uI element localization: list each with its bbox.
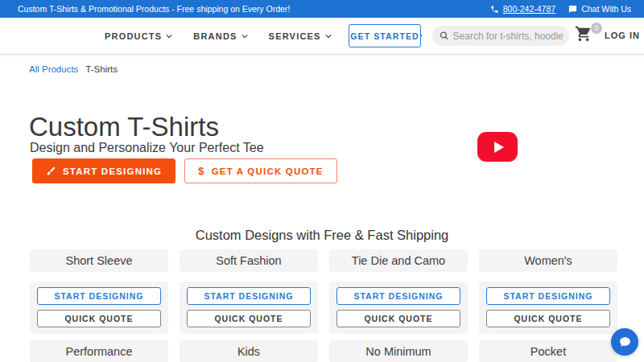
phone-icon: [490, 5, 499, 14]
nav-item-brands[interactable]: BRANDS: [193, 31, 247, 41]
quick-quote-label: GET A QUICK QUOTE: [212, 167, 324, 176]
tiles-row-1: Short Sleeve START DESIGNING QUICK QUOTE…: [30, 249, 617, 334]
tile-actions: START DESIGNING QUICK QUOTE: [479, 282, 617, 334]
nav-item-services-label: SERVICES: [269, 31, 321, 41]
chat-with-us-link[interactable]: Chat With Us: [568, 4, 631, 14]
nav-divider: [0, 54, 644, 55]
nav-item-services[interactable]: SERVICES: [269, 31, 332, 41]
breadcrumb: All Products T-Shirts: [29, 64, 118, 74]
chevron-down-icon: [242, 33, 248, 39]
tile-title[interactable]: Performance: [30, 340, 168, 362]
hero-buttons: START DESIGNING $ GET A QUICK QUOTE: [32, 158, 337, 183]
tile-kids: Kids: [180, 340, 318, 362]
main-nav: PRODUCTS BRANDS SERVICES LOCATIONS GET S…: [0, 18, 644, 54]
tile-actions: START DESIGNING QUICK QUOTE: [329, 282, 468, 334]
phone-link[interactable]: 800-242-4787: [490, 4, 555, 14]
nav-item-brands-label: BRANDS: [193, 31, 237, 41]
tile-title[interactable]: Short Sleeve: [30, 249, 168, 272]
tile-title[interactable]: Soft Fashion: [180, 249, 318, 272]
promo-text: Custom T-Shirts & Promotional Products -…: [18, 4, 290, 14]
tile-womens: Women's START DESIGNING QUICK QUOTE: [479, 249, 617, 334]
section-title: Custom Designs with Free & Fast Shipping: [0, 228, 644, 243]
quick-quote-button[interactable]: $ GET A QUICK QUOTE: [184, 158, 336, 183]
tile-quick-quote-button[interactable]: QUICK QUOTE: [187, 310, 311, 327]
tile-start-designing-button[interactable]: START DESIGNING: [37, 287, 161, 305]
cart-button[interactable]: 0: [575, 25, 599, 47]
tile-title[interactable]: No Minimum: [329, 340, 468, 362]
play-icon: [494, 142, 504, 153]
tile-quick-quote-button[interactable]: QUICK QUOTE: [486, 310, 610, 327]
get-started-button[interactable]: GET STARTED: [349, 24, 421, 47]
tile-soft-fashion: Soft Fashion START DESIGNING QUICK QUOTE: [180, 249, 318, 334]
tile-performance: Performance: [30, 340, 168, 362]
hero-subtitle: Design and Personalize Your Perfect Tee: [30, 141, 264, 155]
tile-quick-quote-button[interactable]: QUICK QUOTE: [336, 310, 460, 327]
cart-count-badge: 0: [591, 23, 602, 34]
promo-bar: Custom T-Shirts & Promotional Products -…: [0, 0, 644, 18]
tile-title[interactable]: Tie Die and Camo: [329, 249, 468, 272]
page-title: Custom T-Shirts: [29, 112, 219, 142]
youtube-play-button[interactable]: [477, 132, 518, 162]
chevron-down-icon: [325, 33, 332, 39]
tile-start-designing-button[interactable]: START DESIGNING: [187, 287, 311, 305]
chat-icon: [568, 5, 577, 14]
tile-start-designing-button[interactable]: START DESIGNING: [336, 287, 460, 305]
chevron-down-icon: [166, 33, 172, 39]
login-link[interactable]: LOG IN: [605, 31, 640, 40]
tiles-row-2: Performance Kids No Minimum Pocket: [30, 340, 617, 362]
nav-item-products-label: PRODUCTS: [105, 31, 162, 41]
search-bar[interactable]: [432, 26, 569, 46]
start-designing-label: START DESIGNING: [63, 167, 162, 176]
search-icon: [440, 31, 449, 41]
breadcrumb-current: T-Shirts: [85, 64, 118, 74]
tile-short-sleeve: Short Sleeve START DESIGNING QUICK QUOTE: [30, 249, 168, 334]
search-input[interactable]: [453, 31, 563, 42]
chat-bubble-icon: [618, 335, 632, 349]
chat-with-us-label: Chat With Us: [581, 4, 631, 14]
tile-actions: START DESIGNING QUICK QUOTE: [180, 282, 318, 334]
tile-quick-quote-button[interactable]: QUICK QUOTE: [37, 310, 161, 327]
tile-tie-die-camo: Tie Die and Camo START DESIGNING QUICK Q…: [329, 249, 468, 334]
tile-pocket: Pocket: [479, 340, 617, 362]
paintbrush-icon: [46, 166, 56, 176]
tile-no-minimum: No Minimum: [329, 340, 468, 362]
tile-title[interactable]: Kids: [180, 340, 318, 362]
breadcrumb-all-products[interactable]: All Products: [29, 64, 78, 74]
tile-title[interactable]: Pocket: [479, 340, 617, 362]
nav-item-products[interactable]: PRODUCTS: [105, 31, 172, 41]
chat-fab-button[interactable]: [611, 328, 638, 356]
tile-actions: START DESIGNING QUICK QUOTE: [30, 282, 168, 334]
phone-number: 800-242-4787: [503, 4, 555, 14]
cart-icon: [575, 25, 592, 43]
dollar-icon: $: [198, 165, 204, 177]
tile-title[interactable]: Women's: [479, 249, 617, 272]
start-designing-button[interactable]: START DESIGNING: [32, 158, 175, 183]
tile-start-designing-button[interactable]: START DESIGNING: [486, 287, 610, 305]
